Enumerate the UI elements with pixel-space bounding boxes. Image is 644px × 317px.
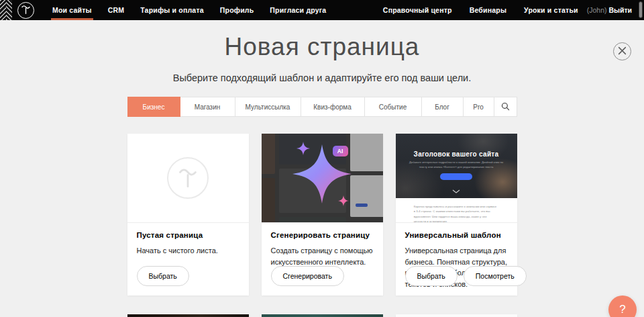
universal-template-preview: Заголовок вашего сайта Добавьте интересн…	[396, 134, 517, 223]
ai-generate-preview: AI	[262, 134, 383, 223]
tab-quiz-form[interactable]: Квиз-форма	[301, 97, 365, 116]
tilda-logo[interactable]	[17, 2, 34, 19]
logout-label: Выйти	[608, 6, 632, 14]
template-category-tabs: Бизнес Магазин Мультиссылка Квиз-форма С…	[127, 97, 517, 117]
template-grid: Пустая страница Начать с чистого листа. …	[127, 134, 517, 317]
nav-item-plans[interactable]: Тарифы и оплата	[132, 0, 212, 20]
template-preview	[127, 314, 249, 317]
scrollbar-thumb[interactable]	[639, 1, 643, 18]
card-actions: Выбрать Посмотреть	[405, 266, 527, 286]
preview-paragraph: Коротко представьтесь и расскажите о ком…	[414, 198, 499, 223]
search-icon	[501, 102, 510, 112]
template-card-ai-generate[interactable]: AI Сгенерировать страницу Создать страни…	[262, 134, 383, 296]
tab-store[interactable]: Магазин	[180, 97, 235, 116]
template-card-blank-page[interactable]: Пустая страница Начать с чистого листа. …	[127, 134, 249, 296]
preview-heading: Заголовок вашего сайта	[396, 134, 517, 158]
card-actions: Выбрать	[137, 266, 189, 286]
chevron-down-icon	[452, 184, 460, 196]
user-name: (John)	[587, 6, 607, 14]
card-title: Универсальный шаблон	[405, 231, 508, 239]
secondary-nav: Справочный центр Вебинары Уроки и статьи…	[374, 0, 644, 20]
preview-subtext: Добавьте интересные подробности о вашей …	[407, 161, 506, 169]
template-card-universal[interactable]: Заголовок вашего сайта Добавьте интересн…	[396, 134, 517, 296]
sparkle-small-icon	[338, 195, 349, 209]
page-subtitle: Выберите подходящий шаблон и адаптируйте…	[0, 73, 644, 83]
card-actions: Сгенерировать	[271, 266, 344, 286]
card-title: Сгенерировать страницу	[271, 231, 374, 239]
nav-item-help-center[interactable]: Справочный центр	[374, 0, 461, 20]
template-card-partial[interactable]	[396, 314, 517, 317]
close-icon	[618, 46, 627, 58]
logout-link[interactable]: (John) Выйти	[587, 6, 632, 14]
preview-text-section: Коротко представьтесь и расскажите о ком…	[396, 198, 517, 223]
tilda-logo-icon	[20, 3, 32, 17]
select-button[interactable]: Выбрать	[405, 266, 458, 286]
tab-search[interactable]	[494, 97, 517, 116]
nav-item-invite-friend[interactable]: Пригласи друга	[262, 0, 334, 20]
main-nav: Мои сайты CRM Тарифы и оплата Профиль Пр…	[44, 0, 334, 20]
card-title: Пустая страница	[137, 231, 239, 239]
nav-item-lessons[interactable]: Уроки и статьи	[515, 0, 587, 20]
ai-badge: AI	[333, 146, 348, 156]
card-body: Сгенерировать страницу Создать страницу …	[262, 223, 383, 267]
template-preview	[262, 314, 383, 317]
template-card-partial[interactable]	[127, 314, 249, 317]
template-preview	[396, 314, 517, 317]
close-button[interactable]	[613, 42, 631, 60]
nav-item-crm[interactable]: CRM	[100, 0, 133, 20]
tab-event[interactable]: Событие	[365, 97, 422, 116]
window-edge-pattern	[0, 0, 12, 20]
template-card-partial[interactable]	[262, 314, 383, 317]
tab-multilink[interactable]: Мультиссылка	[235, 97, 301, 116]
nav-item-my-sites[interactable]: Мои сайты	[44, 0, 100, 20]
topbar: Мои сайты CRM Тарифы и оплата Профиль Пр…	[0, 0, 644, 20]
card-body: Пустая страница Начать с чистого листа.	[127, 223, 249, 257]
view-button[interactable]: Посмотреть	[464, 266, 527, 286]
card-description: Создать страницу с помощью искусственног…	[271, 245, 374, 267]
preview-cta-button	[440, 173, 472, 180]
generate-button[interactable]: Сгенерировать	[271, 266, 344, 286]
question-icon: ?	[619, 303, 625, 316]
card-description: Начать с чистого листа.	[137, 245, 239, 257]
new-page-modal: Новая страница Выберите подходящий шабло…	[0, 33, 644, 317]
preview-hero: Заголовок вашего сайта Добавьте интересн…	[396, 134, 517, 198]
help-button[interactable]: ?	[608, 296, 637, 317]
tab-blog[interactable]: Блог	[422, 97, 464, 116]
tilda-mark-icon	[176, 165, 200, 191]
tilda-mark-circle	[167, 157, 209, 199]
select-button[interactable]: Выбрать	[137, 266, 189, 286]
nav-item-webinars[interactable]: Вебинары	[461, 0, 515, 20]
tab-business[interactable]: Бизнес	[127, 97, 180, 117]
blank-page-preview	[127, 134, 249, 223]
page-title: Новая страница	[0, 33, 644, 61]
tab-pro[interactable]: Pro	[464, 97, 494, 116]
nav-item-profile[interactable]: Профиль	[212, 0, 262, 20]
